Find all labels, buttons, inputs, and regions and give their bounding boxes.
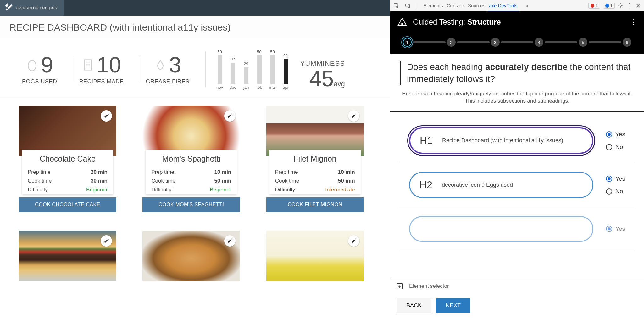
recipe-card: [266, 231, 364, 281]
inspect-icon[interactable]: [393, 3, 399, 9]
recipe-title: Mom's Spaghetti: [151, 154, 231, 163]
radio-no[interactable]: No: [606, 188, 625, 195]
plus-icon[interactable]: +: [397, 283, 403, 289]
cook-button[interactable]: COOK MOM'S SPAGHETTI: [142, 197, 240, 212]
svg-rect-1: [84, 60, 92, 70]
eggs-label: EGGS USED: [22, 78, 57, 85]
devtools-tab[interactable]: Console: [446, 0, 465, 11]
bar-nov: 50 nov: [215, 49, 225, 90]
recipe-icon: [82, 59, 94, 71]
question-text: Does each heading accurately describe th…: [400, 61, 635, 85]
axe-title: Guided Testing: Structure: [413, 18, 501, 26]
recipes-value: 10: [97, 54, 121, 76]
radio-no[interactable]: No: [606, 144, 625, 150]
svg-rect-6: [405, 4, 408, 6]
kebab-icon[interactable]: ⋮: [627, 2, 632, 9]
cook-button[interactable]: COOK CHOCOLATE CAKE: [19, 197, 116, 212]
recipe-image: [142, 106, 240, 156]
devtools-tab[interactable]: Elements: [422, 0, 444, 11]
step-2[interactable]: 2: [447, 38, 456, 47]
heading-pill[interactable]: H1 Recipe Dashboard (with intentional a1…: [409, 127, 593, 154]
gear-icon[interactable]: [618, 3, 624, 9]
element-selector-bar[interactable]: + Element selector: [390, 279, 644, 293]
edit-icon[interactable]: [348, 110, 359, 122]
axe-header: Guided Testing: Structure ⋮: [390, 11, 644, 33]
recipe-image: [266, 106, 364, 156]
stat-eggs: 9 EGGS USED: [16, 54, 64, 85]
edit-icon[interactable]: [101, 110, 112, 122]
heading-pill[interactable]: H2 decorative icon 9 Eggs used: [409, 172, 593, 198]
heading-item: H1 Recipe Dashboard (with intentional a1…: [400, 118, 635, 163]
recipe-title: Filet Mignon: [275, 154, 355, 163]
yum-suffix: avg: [334, 80, 345, 88]
recipe-image: [19, 106, 116, 156]
recipe-card: Chocolate Cake Prep time20 min Cook time…: [19, 106, 116, 212]
fires-label: GREASE FIRES: [146, 78, 190, 85]
step-3[interactable]: 3: [491, 38, 500, 47]
radio-yes[interactable]: Yes: [606, 131, 625, 138]
heading-item: H2 decorative icon 9 Eggs used Yes No: [400, 163, 635, 207]
eggs-value: 9: [41, 54, 53, 76]
bar-feb: 50 feb: [254, 49, 264, 90]
egg-icon: [26, 59, 38, 71]
step-6[interactable]: 6: [623, 38, 631, 47]
stat-recipes: 10 RECIPES MADE: [73, 54, 130, 85]
recipe-app: awesome recipes RECIPE DASHBOARD (with i…: [0, 0, 390, 318]
recipe-image: [19, 231, 116, 281]
devtools-tab[interactable]: axe DevTools: [488, 0, 519, 11]
svg-point-0: [28, 60, 36, 71]
message-badge[interactable]: 1: [603, 3, 615, 9]
edit-icon[interactable]: [348, 235, 359, 247]
question-subtext: Ensure each heading clearly/uniquely des…: [400, 90, 635, 105]
device-icon[interactable]: [405, 3, 410, 9]
next-button[interactable]: NEXT: [436, 298, 470, 313]
heading-item: Yes: [400, 207, 635, 251]
devtools-tabbar: Elements Console Sources axe DevTools » …: [390, 0, 644, 11]
svg-point-10: [401, 23, 403, 25]
radio-yes[interactable]: Yes: [606, 225, 625, 232]
edit-icon[interactable]: [224, 235, 236, 247]
more-tabs[interactable]: »: [524, 0, 529, 11]
app-topbar: awesome recipes: [0, 0, 390, 16]
devtools-tab[interactable]: Sources: [467, 0, 486, 11]
yum-value: 45: [309, 66, 334, 91]
recipe-card: Filet Mignon Prep time10 min Cook time50…: [266, 106, 364, 212]
bar-mar: 50 mar: [268, 49, 278, 90]
fires-value: 3: [169, 54, 181, 76]
edit-icon[interactable]: [101, 235, 112, 247]
axe-menu-icon[interactable]: ⋮: [630, 18, 637, 26]
cook-button[interactable]: COOK FILET MIGNON: [266, 197, 364, 212]
close-icon[interactable]: ✕: [636, 2, 641, 9]
stats-row: 9 EGGS USED 10 RECIPES MADE 3 GREASE FIR…: [0, 39, 390, 96]
heading-pill[interactable]: [409, 216, 593, 242]
bar-jan: 29 jan: [241, 61, 251, 90]
step-5[interactable]: 5: [579, 38, 587, 47]
utensils-icon: [4, 3, 13, 13]
footer-buttons: BACK NEXT: [390, 293, 644, 318]
edit-icon[interactable]: [224, 110, 236, 122]
svg-point-8: [620, 5, 622, 6]
axe-logo-icon: [397, 17, 407, 27]
step-progress: 123456: [390, 33, 644, 54]
question-block: Does each heading accurately describe th…: [390, 54, 644, 112]
step-1[interactable]: 1: [403, 38, 412, 47]
recipes-grid: Chocolate Cake Prep time20 min Cook time…: [0, 96, 390, 291]
radio-yes[interactable]: Yes: [606, 175, 625, 182]
back-button[interactable]: BACK: [397, 298, 431, 313]
brand-text: awesome recipes: [16, 5, 57, 11]
page-title: RECIPE DASHBOARD (with intentional a11y …: [0, 16, 390, 39]
stat-fires: 3 GREASE FIRES: [140, 54, 196, 85]
recipe-card: [142, 231, 240, 281]
recipes-label: RECIPES MADE: [79, 78, 124, 85]
bar-dec: 37 dec: [228, 57, 238, 90]
error-badge[interactable]: 1: [588, 3, 600, 9]
recipe-card: [19, 231, 116, 281]
step-4[interactable]: 4: [535, 38, 543, 47]
brand[interactable]: awesome recipes: [0, 0, 64, 16]
svg-rect-7: [408, 5, 410, 7]
fire-icon: [154, 59, 167, 71]
recipe-card: Mom's Spaghetti Prep time10 min Cook tim…: [142, 106, 240, 212]
bar-apr: 44 apr: [281, 53, 291, 90]
recipe-image: [266, 231, 364, 281]
heading-list[interactable]: H1 Recipe Dashboard (with intentional a1…: [390, 112, 644, 279]
